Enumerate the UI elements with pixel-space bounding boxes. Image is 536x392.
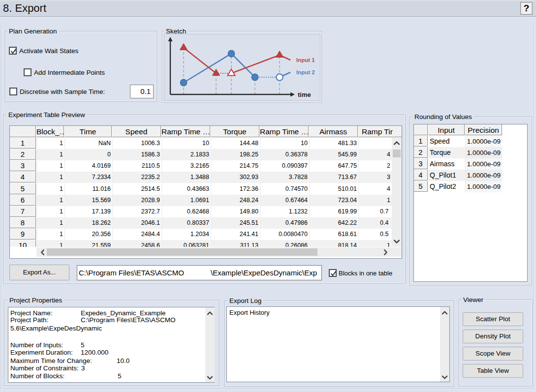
svg-text:Input 1: Input 1 (296, 57, 315, 63)
svg-text:time: time (298, 91, 311, 98)
svg-text:Input 2: Input 2 (296, 69, 315, 75)
